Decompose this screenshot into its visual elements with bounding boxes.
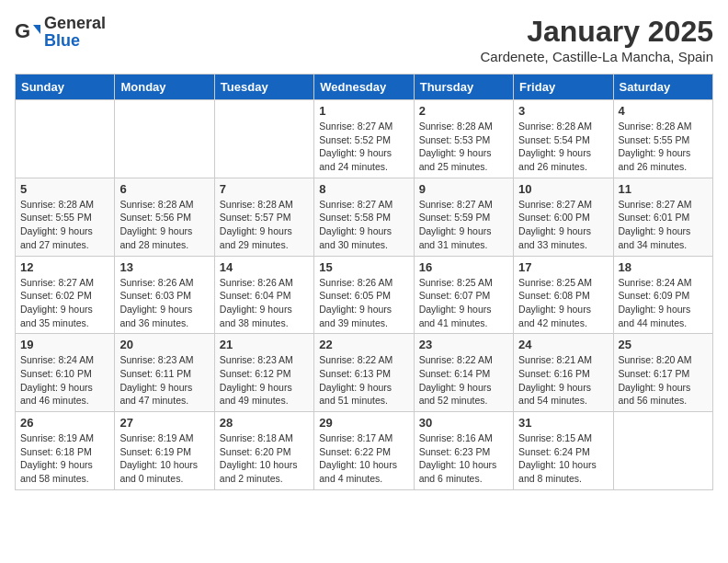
svg-marker-1 bbox=[33, 25, 40, 34]
calendar-cell: 3Sunrise: 8:28 AM Sunset: 5:54 PM Daylig… bbox=[514, 100, 613, 178]
cell-content: Sunrise: 8:27 AM Sunset: 5:52 PM Dayligh… bbox=[319, 120, 408, 174]
calendar-cell: 9Sunrise: 8:27 AM Sunset: 5:59 PM Daylig… bbox=[414, 178, 513, 256]
calendar-cell: 11Sunrise: 8:27 AM Sunset: 6:01 PM Dayli… bbox=[613, 178, 712, 256]
week-row-3: 12Sunrise: 8:27 AM Sunset: 6:02 PM Dayli… bbox=[16, 256, 713, 334]
day-number: 24 bbox=[518, 338, 608, 351]
cell-content: Sunrise: 8:27 AM Sunset: 5:58 PM Dayligh… bbox=[319, 198, 408, 252]
svg-text:G: G bbox=[15, 19, 30, 42]
weekday-header-tuesday: Tuesday bbox=[214, 75, 313, 100]
day-number: 13 bbox=[119, 260, 209, 274]
week-row-1: 1Sunrise: 8:27 AM Sunset: 5:52 PM Daylig… bbox=[16, 100, 713, 178]
calendar-cell: 21Sunrise: 8:23 AM Sunset: 6:12 PM Dayli… bbox=[214, 334, 313, 412]
cell-content: Sunrise: 8:20 AM Sunset: 6:17 PM Dayligh… bbox=[619, 353, 708, 408]
cell-content: Sunrise: 8:19 AM Sunset: 6:18 PM Dayligh… bbox=[20, 431, 109, 486]
day-number: 7 bbox=[220, 182, 309, 196]
cell-content: Sunrise: 8:28 AM Sunset: 5:55 PM Dayligh… bbox=[619, 120, 708, 174]
logo-general: General bbox=[44, 14, 106, 32]
weekday-header-friday: Friday bbox=[514, 75, 613, 100]
cell-content: Sunrise: 8:28 AM Sunset: 5:53 PM Dayligh… bbox=[419, 120, 508, 174]
day-number: 2 bbox=[419, 104, 508, 118]
calendar-cell: 16Sunrise: 8:25 AM Sunset: 6:07 PM Dayli… bbox=[414, 256, 513, 334]
calendar-cell: 4Sunrise: 8:28 AM Sunset: 5:55 PM Daylig… bbox=[613, 100, 712, 178]
day-number: 10 bbox=[518, 182, 608, 196]
day-number: 5 bbox=[20, 182, 109, 196]
logo-blue: Blue bbox=[44, 31, 80, 50]
weekday-header-thursday: Thursday bbox=[414, 75, 513, 100]
calendar-cell: 17Sunrise: 8:25 AM Sunset: 6:08 PM Dayli… bbox=[514, 256, 613, 334]
day-number: 16 bbox=[419, 260, 508, 274]
calendar-cell: 26Sunrise: 8:19 AM Sunset: 6:18 PM Dayli… bbox=[16, 412, 115, 490]
calendar-cell: 18Sunrise: 8:24 AM Sunset: 6:09 PM Dayli… bbox=[613, 256, 712, 334]
calendar-table: SundayMondayTuesdayWednesdayThursdayFrid… bbox=[15, 74, 713, 490]
calendar-cell: 24Sunrise: 8:21 AM Sunset: 6:16 PM Dayli… bbox=[514, 334, 613, 412]
cell-content: Sunrise: 8:26 AM Sunset: 6:04 PM Dayligh… bbox=[220, 276, 309, 330]
day-number: 19 bbox=[20, 338, 109, 351]
cell-content: Sunrise: 8:28 AM Sunset: 5:55 PM Dayligh… bbox=[20, 198, 109, 252]
calendar-cell bbox=[214, 100, 313, 178]
day-number: 22 bbox=[319, 338, 408, 351]
calendar-cell bbox=[16, 100, 115, 178]
week-row-4: 19Sunrise: 8:24 AM Sunset: 6:10 PM Dayli… bbox=[16, 334, 713, 412]
title-area: January 2025 Cardenete, Castille-La Manc… bbox=[481, 15, 713, 64]
logo-icon: G bbox=[15, 19, 40, 45]
calendar-cell: 27Sunrise: 8:19 AM Sunset: 6:19 PM Dayli… bbox=[115, 412, 214, 490]
cell-content: Sunrise: 8:26 AM Sunset: 6:05 PM Dayligh… bbox=[319, 276, 408, 330]
calendar-cell: 23Sunrise: 8:22 AM Sunset: 6:14 PM Dayli… bbox=[414, 334, 513, 412]
cell-content: Sunrise: 8:27 AM Sunset: 5:59 PM Dayligh… bbox=[419, 198, 508, 252]
day-number: 14 bbox=[220, 260, 309, 274]
cell-content: Sunrise: 8:21 AM Sunset: 6:16 PM Dayligh… bbox=[518, 353, 608, 408]
calendar-cell: 1Sunrise: 8:27 AM Sunset: 5:52 PM Daylig… bbox=[314, 100, 414, 178]
day-number: 21 bbox=[220, 338, 309, 351]
calendar-cell: 25Sunrise: 8:20 AM Sunset: 6:17 PM Dayli… bbox=[613, 334, 712, 412]
day-number: 23 bbox=[419, 338, 508, 351]
calendar-cell: 2Sunrise: 8:28 AM Sunset: 5:53 PM Daylig… bbox=[414, 100, 513, 178]
logo-wordmark: General Blue bbox=[44, 15, 106, 50]
cell-content: Sunrise: 8:22 AM Sunset: 6:14 PM Dayligh… bbox=[419, 353, 508, 408]
cell-content: Sunrise: 8:25 AM Sunset: 6:07 PM Dayligh… bbox=[419, 276, 508, 330]
location-subtitle: Cardenete, Castille-La Mancha, Spain bbox=[481, 49, 713, 64]
calendar-cell: 12Sunrise: 8:27 AM Sunset: 6:02 PM Dayli… bbox=[16, 256, 115, 334]
calendar-cell bbox=[115, 100, 214, 178]
calendar-cell: 13Sunrise: 8:26 AM Sunset: 6:03 PM Dayli… bbox=[115, 256, 214, 334]
cell-content: Sunrise: 8:24 AM Sunset: 6:10 PM Dayligh… bbox=[20, 353, 109, 408]
weekday-header-row: SundayMondayTuesdayWednesdayThursdayFrid… bbox=[16, 75, 713, 100]
calendar-cell: 31Sunrise: 8:15 AM Sunset: 6:24 PM Dayli… bbox=[514, 412, 613, 490]
calendar-cell: 6Sunrise: 8:28 AM Sunset: 5:56 PM Daylig… bbox=[115, 178, 214, 256]
calendar-cell: 5Sunrise: 8:28 AM Sunset: 5:55 PM Daylig… bbox=[16, 178, 115, 256]
day-number: 12 bbox=[20, 260, 109, 274]
calendar-cell bbox=[613, 412, 712, 490]
calendar-cell: 7Sunrise: 8:28 AM Sunset: 5:57 PM Daylig… bbox=[214, 178, 313, 256]
cell-content: Sunrise: 8:28 AM Sunset: 5:57 PM Dayligh… bbox=[220, 198, 309, 252]
calendar-cell: 15Sunrise: 8:26 AM Sunset: 6:05 PM Dayli… bbox=[314, 256, 414, 334]
day-number: 27 bbox=[119, 416, 209, 430]
calendar-cell: 14Sunrise: 8:26 AM Sunset: 6:04 PM Dayli… bbox=[214, 256, 313, 334]
day-number: 8 bbox=[319, 182, 408, 196]
calendar-cell: 28Sunrise: 8:18 AM Sunset: 6:20 PM Dayli… bbox=[214, 412, 313, 490]
logo: G General Blue bbox=[15, 15, 106, 50]
day-number: 28 bbox=[220, 416, 309, 430]
cell-content: Sunrise: 8:28 AM Sunset: 5:54 PM Dayligh… bbox=[518, 120, 608, 174]
weekday-header-monday: Monday bbox=[115, 75, 214, 100]
cell-content: Sunrise: 8:15 AM Sunset: 6:24 PM Dayligh… bbox=[518, 431, 608, 486]
cell-content: Sunrise: 8:22 AM Sunset: 6:13 PM Dayligh… bbox=[319, 353, 408, 408]
day-number: 11 bbox=[619, 182, 708, 196]
cell-content: Sunrise: 8:25 AM Sunset: 6:08 PM Dayligh… bbox=[518, 276, 608, 330]
day-number: 18 bbox=[619, 260, 708, 274]
cell-content: Sunrise: 8:16 AM Sunset: 6:23 PM Dayligh… bbox=[419, 431, 508, 486]
day-number: 15 bbox=[319, 260, 408, 274]
day-number: 29 bbox=[319, 416, 408, 430]
day-number: 9 bbox=[419, 182, 508, 196]
month-title: January 2025 bbox=[481, 15, 713, 49]
calendar-cell: 22Sunrise: 8:22 AM Sunset: 6:13 PM Dayli… bbox=[314, 334, 414, 412]
calendar-cell: 29Sunrise: 8:17 AM Sunset: 6:22 PM Dayli… bbox=[314, 412, 414, 490]
cell-content: Sunrise: 8:23 AM Sunset: 6:11 PM Dayligh… bbox=[119, 353, 209, 408]
cell-content: Sunrise: 8:27 AM Sunset: 6:02 PM Dayligh… bbox=[20, 276, 109, 330]
cell-content: Sunrise: 8:17 AM Sunset: 6:22 PM Dayligh… bbox=[319, 431, 408, 486]
cell-content: Sunrise: 8:26 AM Sunset: 6:03 PM Dayligh… bbox=[119, 276, 209, 330]
weekday-header-saturday: Saturday bbox=[613, 75, 712, 100]
calendar-cell: 30Sunrise: 8:16 AM Sunset: 6:23 PM Dayli… bbox=[414, 412, 513, 490]
cell-content: Sunrise: 8:24 AM Sunset: 6:09 PM Dayligh… bbox=[619, 276, 708, 330]
cell-content: Sunrise: 8:23 AM Sunset: 6:12 PM Dayligh… bbox=[220, 353, 309, 408]
day-number: 1 bbox=[319, 104, 408, 118]
cell-content: Sunrise: 8:18 AM Sunset: 6:20 PM Dayligh… bbox=[220, 431, 309, 486]
